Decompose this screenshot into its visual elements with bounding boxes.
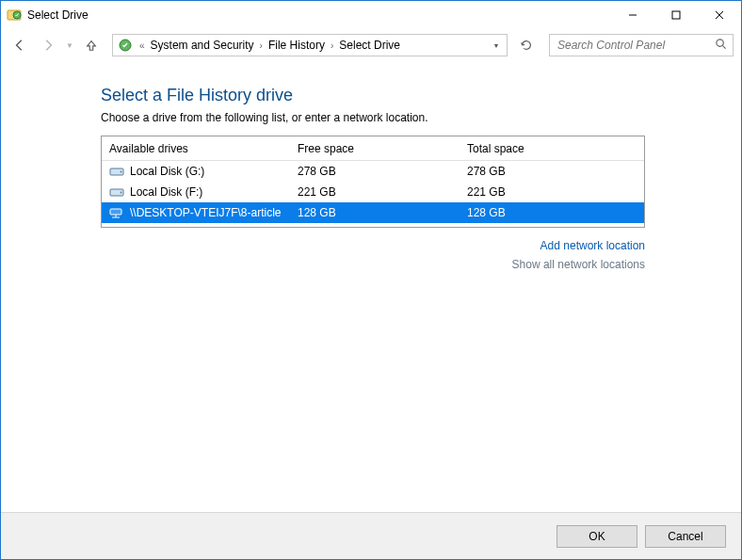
drive-name: Local Disk (F:) [130, 185, 202, 199]
refresh-button[interactable] [515, 34, 538, 56]
svg-point-10 [121, 171, 122, 173]
cancel-button[interactable]: Cancel [645, 525, 726, 548]
col-available-drives[interactable]: Available drives [109, 142, 298, 155]
drive-free: 278 GB [298, 165, 467, 178]
drive-free: 128 GB [298, 206, 467, 219]
table-row[interactable]: Local Disk (G:)278 GB278 GB [102, 161, 644, 182]
svg-point-7 [717, 40, 723, 46]
breadcrumb-dropdown[interactable]: ▼ [488, 35, 505, 56]
table-header: Available drives Free space Total space [102, 136, 644, 161]
drive-total: 278 GB [467, 165, 637, 178]
window-frame: Select Drive ▼ [0, 0, 742, 560]
drive-free: 221 GB [298, 185, 467, 199]
svg-rect-3 [672, 11, 680, 19]
breadcrumb[interactable]: « System and Security › File History › S… [112, 34, 508, 56]
svg-rect-13 [110, 209, 121, 215]
col-total-space[interactable]: Total space [467, 142, 637, 155]
table-row[interactable]: \\DESKTOP-VTEIJ7F\8-article128 GB128 GB [102, 202, 644, 223]
up-button[interactable] [80, 34, 103, 56]
forward-button[interactable] [37, 34, 59, 56]
app-icon [7, 8, 22, 23]
col-free-space[interactable]: Free space [298, 142, 467, 155]
show-all-network-locations-link[interactable]: Show all network locations [101, 258, 645, 271]
drive-icon [109, 186, 124, 198]
page-title: Select a File History drive [101, 86, 703, 105]
svg-point-12 [121, 192, 122, 194]
breadcrumb-prefix: « [136, 40, 149, 51]
search-input[interactable] [556, 38, 715, 53]
breadcrumb-segment[interactable]: Select Drive [337, 39, 402, 52]
close-button[interactable] [698, 1, 741, 29]
drive-total: 128 GB [467, 206, 637, 219]
window-controls [611, 1, 741, 29]
chevron-right-icon: › [256, 40, 266, 51]
maximize-button[interactable] [654, 1, 698, 29]
chevron-right-icon: › [327, 40, 337, 51]
svg-line-8 [722, 45, 725, 48]
drive-icon [109, 207, 124, 218]
page-subtitle: Choose a drive from the following list, … [101, 111, 703, 124]
search-box[interactable] [549, 34, 734, 56]
footer-bar: OK Cancel [1, 512, 741, 559]
search-icon[interactable] [715, 38, 727, 53]
recent-locations-dropdown[interactable]: ▼ [65, 41, 74, 50]
drive-name: \\DESKTOP-VTEIJ7F\8-article [130, 206, 281, 219]
drive-name: Local Disk (G:) [130, 165, 204, 178]
content-area: Select a File History drive Choose a dri… [1, 61, 741, 512]
table-row[interactable]: Local Disk (F:)221 GB221 GB [102, 182, 644, 202]
drive-total: 221 GB [467, 185, 637, 199]
breadcrumb-segment[interactable]: System and Security [149, 39, 256, 52]
window-title: Select Drive [27, 8, 89, 22]
add-network-location-link[interactable]: Add network location [101, 239, 645, 252]
link-row: Add network location Show all network lo… [101, 239, 645, 271]
titlebar: Select Drive [1, 1, 741, 29]
drive-table: Available drives Free space Total space … [101, 136, 645, 228]
breadcrumb-segment[interactable]: File History [266, 39, 327, 52]
ok-button[interactable]: OK [556, 525, 637, 548]
minimize-button[interactable] [611, 1, 654, 29]
back-button[interactable] [8, 34, 31, 56]
navigation-bar: ▼ « System and Security › File History ›… [1, 29, 741, 61]
control-panel-icon [117, 37, 134, 54]
table-body: Local Disk (G:)278 GB278 GBLocal Disk (F… [102, 161, 644, 227]
drive-icon [109, 166, 124, 177]
